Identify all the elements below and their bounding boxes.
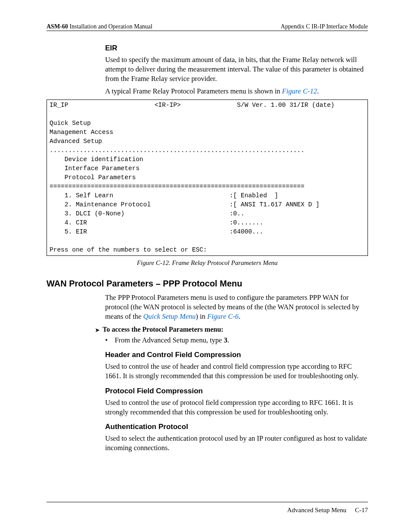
access-block: ➤ To access the Protocol Parameters menu…	[95, 326, 368, 345]
heading-auth: Authentication Protocol	[105, 423, 368, 431]
arrow-icon: ➤	[95, 326, 103, 335]
section-ppp: The PPP Protocol Parameters menu is used…	[105, 293, 368, 321]
text-run: ) in	[196, 312, 207, 320]
page-header: ASM-60 Installation and Operation Manual…	[47, 23, 368, 31]
figure-caption: Figure C-12. Frame Relay Protocol Parame…	[47, 259, 368, 267]
bullet-icon: •	[105, 336, 113, 345]
text-run: A typical Frame Relay Protocol Parameter…	[105, 87, 282, 95]
section-eir: EIR Used to specify the maximum amount o…	[105, 44, 368, 96]
para-ppp: The PPP Protocol Parameters menu is used…	[105, 293, 368, 321]
footer-section: Advanced Setup Menu	[287, 507, 346, 514]
link-figure-c12[interactable]: Figure C-12	[282, 87, 317, 95]
procedure-heading: ➤ To access the Protocol Parameters menu…	[95, 326, 368, 335]
procedure-title: To access the Protocol Parameters menu:	[103, 326, 223, 333]
para-pfc: Used to control the use of protocol fiel…	[105, 398, 368, 417]
link-quick-setup-menu[interactable]: Quick Setup Menu	[143, 312, 196, 320]
procedure-step: • From the Advanced Setup menu, type 3.	[105, 336, 368, 345]
heading-eir: EIR	[105, 44, 368, 53]
terminal-screenshot: IR_IP <IR-IP> S/W Ver. 1.00 31/IR (date)…	[47, 100, 368, 256]
header-left: ASM-60 Installation and Operation Manual	[47, 23, 153, 30]
heading-pfc: Protocol Field Compression	[105, 387, 368, 395]
text-run: .	[227, 336, 229, 344]
para-eir: Used to specify the maximum amount of da…	[105, 55, 368, 83]
para-auth: Used to select the authentication protoc…	[105, 434, 368, 453]
para-intro-figure: A typical Frame Relay Protocol Parameter…	[105, 87, 368, 96]
header-right: Appendix C IR-IP Interface Module	[281, 23, 368, 30]
page-footer: Advanced Setup Menu C-17	[47, 502, 368, 514]
footer-page-number: C-17	[355, 507, 368, 514]
text-run: .	[317, 87, 319, 95]
text-run: From the Advanced Setup menu, type	[115, 336, 224, 344]
section-hcfc: Header and Control Field Compression Use…	[105, 351, 368, 453]
product-name: ASM-60	[47, 23, 68, 30]
heading-hcfc: Header and Control Field Compression	[105, 351, 368, 359]
para-hcfc: Used to control the use of header and co…	[105, 362, 368, 381]
manual-title: Installation and Operation Manual	[68, 23, 153, 30]
page: ASM-60 Installation and Operation Manual…	[0, 0, 411, 532]
link-figure-c6[interactable]: Figure C-6	[207, 312, 239, 320]
keypress: 3	[224, 336, 227, 344]
text-run: .	[239, 312, 240, 320]
heading-wan-ppp: WAN Protocol Parameters – PPP Protocol M…	[47, 279, 368, 289]
